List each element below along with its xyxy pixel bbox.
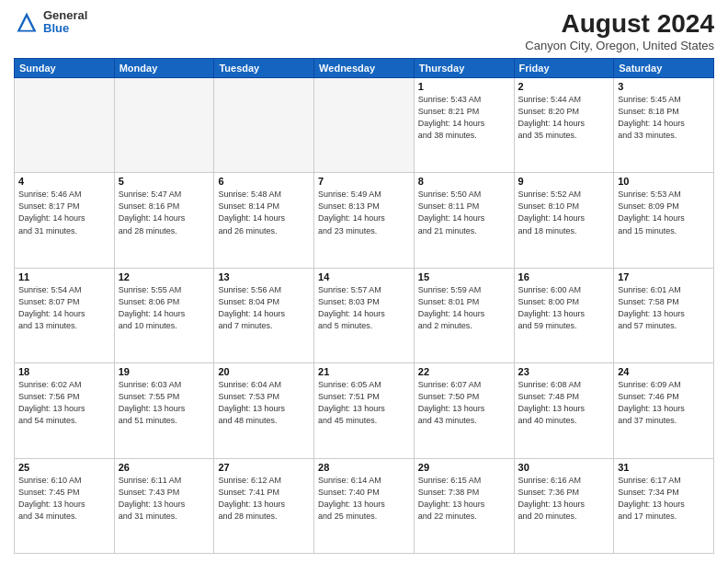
day-info: Sunrise: 6:16 AM Sunset: 7:36 PM Dayligh…	[518, 475, 610, 523]
calendar-week-0: 1Sunrise: 5:43 AM Sunset: 8:21 PM Daylig…	[15, 78, 714, 173]
day-info: Sunrise: 6:00 AM Sunset: 8:00 PM Dayligh…	[518, 284, 610, 332]
calendar-cell: 3Sunrise: 5:45 AM Sunset: 8:18 PM Daylig…	[614, 78, 714, 173]
calendar-cell: 9Sunrise: 5:52 AM Sunset: 8:10 PM Daylig…	[514, 173, 614, 268]
calendar-cell: 6Sunrise: 5:48 AM Sunset: 8:14 PM Daylig…	[214, 173, 314, 268]
calendar-week-1: 4Sunrise: 5:46 AM Sunset: 8:17 PM Daylig…	[15, 173, 714, 268]
calendar-cell: 20Sunrise: 6:04 AM Sunset: 7:53 PM Dayli…	[214, 363, 314, 458]
day-number: 26	[119, 462, 210, 473]
day-number: 15	[418, 271, 510, 282]
day-info: Sunrise: 6:15 AM Sunset: 7:38 PM Dayligh…	[418, 475, 510, 523]
calendar-cell: 1Sunrise: 5:43 AM Sunset: 8:21 PM Daylig…	[414, 78, 514, 173]
day-info: Sunrise: 6:12 AM Sunset: 7:41 PM Dayligh…	[218, 475, 310, 523]
calendar-cell: 18Sunrise: 6:02 AM Sunset: 7:56 PM Dayli…	[15, 363, 115, 458]
header: General Blue August 2024 Canyon City, Or…	[14, 9, 714, 52]
day-number: 13	[218, 271, 310, 282]
calendar-header-row: SundayMondayTuesdayWednesdayThursdayFrid…	[15, 59, 714, 78]
day-number: 7	[318, 176, 410, 187]
day-number: 20	[218, 366, 310, 377]
day-info: Sunrise: 5:44 AM Sunset: 8:20 PM Dayligh…	[518, 94, 610, 142]
calendar-cell: 28Sunrise: 6:14 AM Sunset: 7:40 PM Dayli…	[314, 458, 415, 553]
day-info: Sunrise: 5:50 AM Sunset: 8:11 PM Dayligh…	[418, 189, 510, 236]
day-info: Sunrise: 6:09 AM Sunset: 7:46 PM Dayligh…	[618, 379, 710, 427]
day-number: 24	[618, 366, 710, 377]
day-info: Sunrise: 6:07 AM Sunset: 7:50 PM Dayligh…	[418, 379, 510, 427]
calendar-cell	[114, 78, 214, 173]
day-number: 14	[318, 271, 410, 282]
day-number: 22	[418, 366, 510, 377]
day-info: Sunrise: 6:03 AM Sunset: 7:55 PM Dayligh…	[119, 379, 210, 427]
logo-icon	[14, 9, 40, 35]
calendar-cell: 4Sunrise: 5:46 AM Sunset: 8:17 PM Daylig…	[15, 173, 115, 268]
day-number: 25	[18, 462, 110, 473]
day-info: Sunrise: 5:52 AM Sunset: 8:10 PM Dayligh…	[518, 189, 610, 236]
calendar-cell: 15Sunrise: 5:59 AM Sunset: 8:01 PM Dayli…	[414, 268, 514, 362]
day-info: Sunrise: 6:01 AM Sunset: 7:58 PM Dayligh…	[618, 284, 710, 332]
day-info: Sunrise: 5:47 AM Sunset: 8:16 PM Dayligh…	[119, 189, 210, 236]
calendar-header-monday: Monday	[114, 59, 214, 78]
title-block: August 2024 Canyon City, Oregon, United …	[525, 9, 714, 52]
calendar-cell: 8Sunrise: 5:50 AM Sunset: 8:11 PM Daylig…	[414, 173, 514, 268]
calendar-cell: 22Sunrise: 6:07 AM Sunset: 7:50 PM Dayli…	[414, 363, 514, 458]
calendar: SundayMondayTuesdayWednesdayThursdayFrid…	[14, 58, 714, 554]
calendar-cell: 12Sunrise: 5:55 AM Sunset: 8:06 PM Dayli…	[114, 268, 214, 362]
logo-general: General	[43, 9, 87, 22]
day-info: Sunrise: 6:05 AM Sunset: 7:51 PM Dayligh…	[318, 379, 410, 427]
calendar-cell	[214, 78, 314, 173]
day-info: Sunrise: 5:56 AM Sunset: 8:04 PM Dayligh…	[218, 284, 310, 332]
calendar-cell: 27Sunrise: 6:12 AM Sunset: 7:41 PM Dayli…	[214, 458, 314, 553]
day-info: Sunrise: 5:53 AM Sunset: 8:09 PM Dayligh…	[618, 189, 710, 236]
month-year: August 2024	[525, 9, 714, 39]
day-number: 28	[318, 462, 410, 473]
day-number: 11	[18, 271, 110, 282]
calendar-cell: 11Sunrise: 5:54 AM Sunset: 8:07 PM Dayli…	[15, 268, 115, 362]
calendar-cell: 25Sunrise: 6:10 AM Sunset: 7:45 PM Dayli…	[15, 458, 115, 553]
calendar-cell: 7Sunrise: 5:49 AM Sunset: 8:13 PM Daylig…	[314, 173, 415, 268]
day-info: Sunrise: 5:43 AM Sunset: 8:21 PM Dayligh…	[418, 94, 510, 142]
day-number: 18	[18, 366, 110, 377]
calendar-cell: 5Sunrise: 5:47 AM Sunset: 8:16 PM Daylig…	[114, 173, 214, 268]
day-number: 9	[518, 176, 610, 187]
calendar-header-thursday: Thursday	[414, 59, 514, 78]
calendar-cell: 17Sunrise: 6:01 AM Sunset: 7:58 PM Dayli…	[614, 268, 714, 362]
calendar-week-2: 11Sunrise: 5:54 AM Sunset: 8:07 PM Dayli…	[15, 268, 714, 362]
calendar-cell: 21Sunrise: 6:05 AM Sunset: 7:51 PM Dayli…	[314, 363, 415, 458]
calendar-cell: 29Sunrise: 6:15 AM Sunset: 7:38 PM Dayli…	[414, 458, 514, 553]
calendar-header-tuesday: Tuesday	[214, 59, 314, 78]
location: Canyon City, Oregon, United States	[525, 39, 714, 52]
day-info: Sunrise: 5:46 AM Sunset: 8:17 PM Dayligh…	[18, 189, 110, 236]
logo-text: General Blue	[43, 9, 87, 36]
calendar-cell: 19Sunrise: 6:03 AM Sunset: 7:55 PM Dayli…	[114, 363, 214, 458]
day-number: 10	[618, 176, 710, 187]
day-number: 3	[618, 81, 710, 92]
calendar-cell: 23Sunrise: 6:08 AM Sunset: 7:48 PM Dayli…	[514, 363, 614, 458]
day-number: 29	[418, 462, 510, 473]
day-number: 31	[618, 462, 710, 473]
calendar-header-sunday: Sunday	[15, 59, 115, 78]
day-number: 4	[18, 176, 110, 187]
day-info: Sunrise: 6:10 AM Sunset: 7:45 PM Dayligh…	[18, 475, 110, 523]
day-number: 12	[119, 271, 210, 282]
day-info: Sunrise: 6:04 AM Sunset: 7:53 PM Dayligh…	[218, 379, 310, 427]
day-number: 21	[318, 366, 410, 377]
calendar-header-friday: Friday	[514, 59, 614, 78]
day-info: Sunrise: 5:48 AM Sunset: 8:14 PM Dayligh…	[218, 189, 310, 236]
day-number: 8	[418, 176, 510, 187]
day-number: 17	[618, 271, 710, 282]
calendar-cell: 10Sunrise: 5:53 AM Sunset: 8:09 PM Dayli…	[614, 173, 714, 268]
calendar-cell	[15, 78, 115, 173]
day-info: Sunrise: 5:57 AM Sunset: 8:03 PM Dayligh…	[318, 284, 410, 332]
day-number: 5	[119, 176, 210, 187]
calendar-week-3: 18Sunrise: 6:02 AM Sunset: 7:56 PM Dayli…	[15, 363, 714, 458]
day-number: 19	[119, 366, 210, 377]
calendar-cell: 2Sunrise: 5:44 AM Sunset: 8:20 PM Daylig…	[514, 78, 614, 173]
day-info: Sunrise: 6:17 AM Sunset: 7:34 PM Dayligh…	[618, 475, 710, 523]
calendar-cell: 14Sunrise: 5:57 AM Sunset: 8:03 PM Dayli…	[314, 268, 415, 362]
calendar-cell: 26Sunrise: 6:11 AM Sunset: 7:43 PM Dayli…	[114, 458, 214, 553]
day-number: 30	[518, 462, 610, 473]
day-info: Sunrise: 6:08 AM Sunset: 7:48 PM Dayligh…	[518, 379, 610, 427]
calendar-cell: 30Sunrise: 6:16 AM Sunset: 7:36 PM Dayli…	[514, 458, 614, 553]
day-number: 16	[518, 271, 610, 282]
day-number: 6	[218, 176, 310, 187]
calendar-week-4: 25Sunrise: 6:10 AM Sunset: 7:45 PM Dayli…	[15, 458, 714, 553]
calendar-cell: 24Sunrise: 6:09 AM Sunset: 7:46 PM Dayli…	[614, 363, 714, 458]
